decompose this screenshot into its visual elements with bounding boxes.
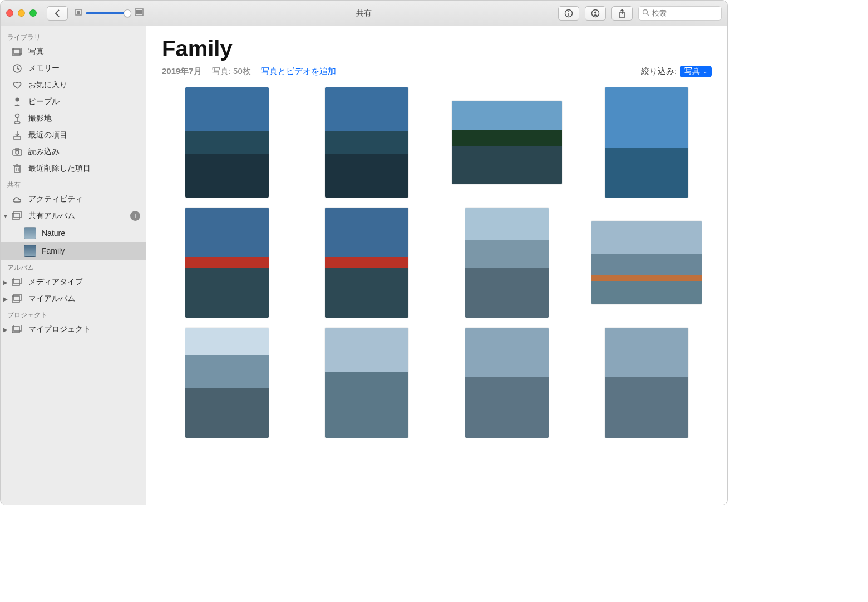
sidebar-item-my-projects[interactable]: ▶ マイプロジェクト (1, 321, 146, 338)
photo-thumbnail[interactable] (185, 87, 269, 198)
sidebar-item-label: マイアルバム (28, 294, 75, 304)
zoom-slider-group (72, 6, 146, 21)
filter-dropdown[interactable]: 写真 ⌄ (680, 66, 712, 77)
sidebar-item-label: お気に入り (28, 80, 67, 90)
window-controls (6, 9, 37, 17)
svg-point-8 (594, 11, 596, 13)
sidebar-item-my-albums[interactable]: ▶ マイアルバム (1, 290, 146, 307)
svg-rect-32 (12, 296, 19, 302)
minimize-window-button[interactable] (18, 9, 25, 17)
album-date: 2019年7月 (162, 66, 202, 77)
photo-thumbnail[interactable] (465, 208, 549, 318)
sidebar-item-label: 最近の項目 (28, 130, 67, 140)
sidebar-item-label: Nature (42, 229, 65, 238)
sidebar-item-label: メモリー (28, 63, 60, 73)
sidebar-item-favorites[interactable]: お気に入り (1, 77, 146, 93)
disclosure-triangle-icon[interactable]: ▼ (2, 213, 9, 219)
sidebar-album-nature[interactable]: Nature (1, 224, 146, 242)
photo-thumbnail[interactable] (325, 87, 408, 198)
sidebar-item-label: メディアタイプ (28, 277, 83, 287)
photo-thumbnail[interactable] (452, 101, 562, 184)
svg-rect-1 (77, 11, 80, 14)
sidebar-item-media-types[interactable]: ▶ メディアタイプ (1, 274, 146, 290)
sidebar-item-photos[interactable]: 写真 (1, 43, 146, 60)
disclosure-triangle-icon[interactable]: ▶ (2, 279, 9, 285)
pin-icon (12, 113, 23, 124)
svg-point-16 (16, 114, 19, 118)
download-icon (12, 130, 23, 141)
photo-thumbnail[interactable] (185, 328, 269, 438)
chevron-down-icon: ⌄ (703, 68, 707, 75)
titlebar: 共有 (1, 1, 727, 26)
svg-rect-31 (14, 278, 21, 284)
sidebar-item-imports[interactable]: 読み込み (1, 144, 146, 160)
info-button[interactable] (558, 6, 579, 21)
album-thumbnail-icon (24, 245, 36, 257)
svg-point-15 (16, 98, 19, 102)
sidebar-item-label: 撮影地 (28, 114, 52, 124)
thumbnail-small-icon (75, 8, 82, 18)
filter-label: 絞り込み: (641, 66, 677, 77)
photo-thumbnail[interactable] (605, 328, 688, 438)
sidebar-item-recently-deleted[interactable]: 最近削除した項目 (1, 160, 146, 177)
sidebar-item-label: アクティビティ (28, 194, 83, 204)
fullscreen-window-button[interactable] (29, 9, 37, 17)
sidebar-item-places[interactable]: 撮影地 (1, 110, 146, 127)
zoom-slider[interactable] (86, 12, 131, 14)
sidebar-section-shared: 共有 (1, 177, 146, 191)
sidebar-item-shared-albums[interactable]: ▼ 共有アルバム + (1, 208, 146, 224)
toolbar-right (558, 6, 722, 21)
album-count: 写真: 50枚 (212, 66, 251, 77)
search-field[interactable] (638, 6, 722, 21)
heart-icon (12, 80, 23, 91)
svg-rect-29 (14, 211, 21, 218)
sidebar-item-people[interactable]: ピープル (1, 93, 146, 110)
photo-thumbnail[interactable] (605, 87, 688, 198)
album-stack-icon (12, 293, 23, 304)
photo-thumbnail[interactable] (325, 208, 408, 318)
album-title: Family (162, 36, 712, 61)
sidebar-section-albums: アルバム (1, 260, 146, 274)
svg-rect-6 (568, 11, 569, 12)
filter-value: 写真 (684, 66, 700, 76)
back-button[interactable] (47, 6, 68, 21)
sidebar-item-label: 読み込み (28, 147, 60, 157)
sidebar-item-label: 最近削除した項目 (28, 164, 91, 174)
album-stack-icon (12, 324, 23, 335)
disclosure-triangle-icon[interactable]: ▶ (2, 296, 9, 302)
svg-rect-5 (568, 13, 569, 16)
add-photos-videos-link[interactable]: 写真とビデオを追加 (261, 66, 336, 77)
window-title: 共有 (356, 8, 372, 18)
svg-rect-30 (12, 279, 19, 285)
sidebar-item-recents[interactable]: 最近の項目 (1, 127, 146, 144)
sidebar-section-library: ライブラリ (1, 29, 146, 43)
share-button[interactable] (611, 6, 633, 21)
sidebar-album-family[interactable]: Family (1, 242, 146, 260)
zoom-slider-knob[interactable] (124, 9, 131, 17)
sidebar-item-memories[interactable]: メモリー (1, 60, 146, 77)
sidebar-item-label: 写真 (28, 47, 44, 57)
trash-icon (12, 163, 23, 174)
camera-icon (12, 146, 23, 157)
svg-rect-35 (14, 325, 21, 331)
photo-thumbnail[interactable] (465, 328, 549, 438)
sidebar-section-projects: プロジェクト (1, 307, 146, 321)
disclosure-triangle-icon[interactable]: ▶ (2, 327, 9, 333)
search-icon (642, 9, 649, 18)
svg-rect-33 (14, 294, 21, 300)
sidebar-item-activity[interactable]: アクティビティ (1, 191, 146, 208)
cloud-icon (12, 194, 23, 205)
person-icon (12, 96, 23, 107)
album-stack-icon (12, 277, 23, 288)
people-button[interactable] (585, 6, 606, 21)
svg-rect-19 (14, 137, 21, 139)
svg-rect-3 (136, 10, 142, 14)
search-input[interactable] (652, 9, 718, 17)
thumbnail-large-icon (135, 8, 144, 18)
photo-thumbnail[interactable] (185, 208, 269, 318)
filter-control: 絞り込み: 写真 ⌄ (641, 66, 712, 77)
photo-thumbnail[interactable] (325, 328, 408, 438)
close-window-button[interactable] (6, 9, 13, 17)
add-shared-album-button[interactable]: + (130, 211, 140, 221)
photo-thumbnail[interactable] (591, 221, 702, 304)
